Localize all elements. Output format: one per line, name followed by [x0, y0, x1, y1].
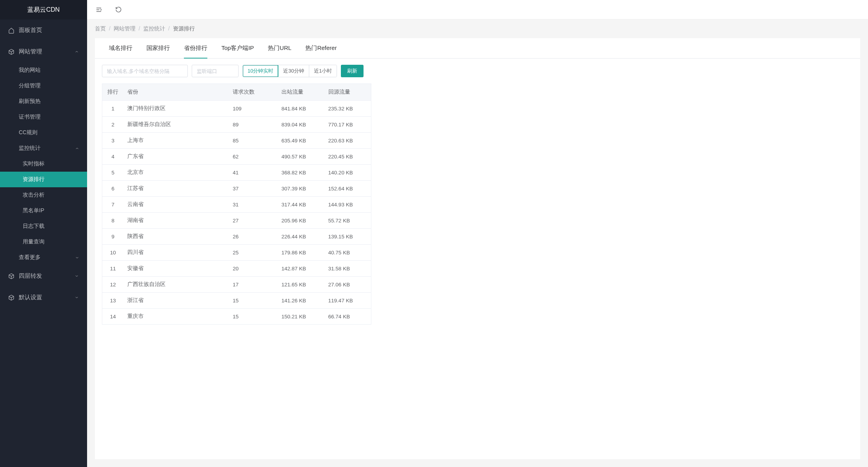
- sidebar-subsubitem-用量查询[interactable]: 用量查询: [0, 234, 87, 250]
- sidebar-subitem-查看更多[interactable]: 查看更多: [0, 250, 87, 265]
- table-row: 11安徽省20142.87 KB31.58 KB: [102, 261, 371, 277]
- sidebar-subsubitem-攻击分析[interactable]: 攻击分析: [0, 187, 87, 203]
- table-cell: 119.47 KB: [324, 293, 371, 309]
- table-cell: 7: [102, 197, 124, 213]
- breadcrumb-item[interactable]: 网站管理: [114, 25, 135, 32]
- table-row: 2新疆维吾尔自治区89839.04 KB770.17 KB: [102, 117, 371, 133]
- table-cell: 广西壮族自治区: [123, 277, 228, 293]
- table-row: 7云南省31317.44 KB144.93 KB: [102, 197, 371, 213]
- tabs: 域名排行国家排行省份排行Top客户端IP热门URL热门Referer: [95, 38, 860, 59]
- sidebar-subitem-label: CC规则: [19, 129, 87, 136]
- table-cell: 635.49 KB: [278, 133, 324, 149]
- table-cell: 62: [229, 149, 278, 165]
- table-cell: 9: [102, 229, 124, 245]
- table-cell: 1: [102, 101, 124, 117]
- menu: 面板首页网站管理我的网站分组管理刷新预热证书管理CC规则监控统计实时指标资源排行…: [0, 20, 87, 308]
- table-cell: 云南省: [123, 197, 228, 213]
- table-cell: 317.44 KB: [278, 197, 324, 213]
- chevron-down-icon: [75, 295, 79, 300]
- breadcrumb-separator: /: [168, 25, 170, 32]
- table-cell: 13: [102, 293, 124, 309]
- table-header-排行: 排行: [102, 84, 124, 101]
- time-segment-近1小时[interactable]: 近1小时: [309, 65, 337, 77]
- sidebar-item-label: 面板首页: [19, 27, 79, 34]
- table-cell: 121.65 KB: [278, 277, 324, 293]
- sidebar-item-四层转发[interactable]: 四层转发: [0, 265, 87, 287]
- sidebar-subsubitem-实时指标[interactable]: 实时指标: [0, 156, 87, 172]
- sidebar-subitem-CC规则[interactable]: CC规则: [0, 125, 87, 140]
- domain-input[interactable]: [102, 65, 188, 77]
- sidebar-item-面板首页[interactable]: 面板首页: [0, 20, 87, 41]
- table-header-出站流量: 出站流量: [278, 84, 324, 101]
- table-row: 9陕西省26226.44 KB139.15 KB: [102, 229, 371, 245]
- table-cell: 江苏省: [123, 181, 228, 197]
- table-cell: 澳门特别行政区: [123, 101, 228, 117]
- refresh-button[interactable]: 刷新: [341, 65, 364, 77]
- port-input[interactable]: [192, 65, 239, 77]
- table-cell: 179.86 KB: [278, 245, 324, 261]
- tab-热门URL[interactable]: 热门URL: [261, 38, 298, 58]
- table-cell: 安徽省: [123, 261, 228, 277]
- sidebar-subsubitem-资源排行[interactable]: 资源排行: [0, 172, 87, 187]
- breadcrumb-separator: /: [139, 25, 140, 32]
- sidebar-subsubitem-黑名单IP[interactable]: 黑名单IP: [0, 203, 87, 218]
- table-cell: 144.93 KB: [324, 197, 371, 213]
- table-cell: 205.96 KB: [278, 213, 324, 229]
- table-cell: 17: [229, 277, 278, 293]
- sidebar-item-网站管理[interactable]: 网站管理: [0, 41, 87, 62]
- time-segment-近30分钟[interactable]: 近30分钟: [278, 65, 309, 77]
- tab-域名排行[interactable]: 域名排行: [102, 38, 139, 58]
- time-segment-10分钟实时[interactable]: 10分钟实时: [243, 65, 278, 77]
- chevron-up-icon: [75, 146, 79, 151]
- logo: 蓝易云CDN: [0, 0, 87, 20]
- table-cell: 226.44 KB: [278, 229, 324, 245]
- table-cell: 235.32 KB: [324, 101, 371, 117]
- menu-toggle-icon[interactable]: [95, 6, 103, 14]
- tab-Top客户端IP[interactable]: Top客户端IP: [214, 38, 261, 58]
- table-body: 1澳门特别行政区109841.84 KB235.32 KB2新疆维吾尔自治区89…: [102, 101, 371, 325]
- table-cell: 湖南省: [123, 213, 228, 229]
- table-header-请求次数: 请求次数: [229, 84, 278, 101]
- breadcrumb-item[interactable]: 监控统计: [143, 25, 165, 32]
- breadcrumb-item[interactable]: 首页: [95, 25, 106, 32]
- table-cell: 139.15 KB: [324, 229, 371, 245]
- sidebar-subsubitem-日志下载[interactable]: 日志下载: [0, 218, 87, 234]
- table-cell: 25: [229, 245, 278, 261]
- breadcrumb: 首页/网站管理/监控统计/资源排行: [87, 20, 868, 38]
- tab-热门Referer[interactable]: 热门Referer: [298, 38, 344, 58]
- table-cell: 109: [229, 101, 278, 117]
- sidebar-subitem-刷新预热[interactable]: 刷新预热: [0, 94, 87, 109]
- table-cell: 6: [102, 181, 124, 197]
- table-cell: 220.63 KB: [324, 133, 371, 149]
- sidebar-item-默认设置[interactable]: 默认设置: [0, 287, 87, 308]
- sidebar-item-label: 默认设置: [19, 294, 75, 301]
- main: 首页/网站管理/监控统计/资源排行 域名排行国家排行省份排行Top客户端IP热门…: [87, 0, 868, 467]
- table-cell: 307.39 KB: [278, 181, 324, 197]
- table-cell: 3: [102, 133, 124, 149]
- sidebar-subitem-label: 查看更多: [19, 254, 75, 261]
- sidebar-subitem-分组管理[interactable]: 分组管理: [0, 78, 87, 94]
- tab-省份排行[interactable]: 省份排行: [177, 38, 214, 58]
- table-cell: 2: [102, 117, 124, 133]
- table-row: 8湖南省27205.96 KB55.72 KB: [102, 213, 371, 229]
- table-cell: 31.58 KB: [324, 261, 371, 277]
- sidebar-subitem-监控统计[interactable]: 监控统计: [0, 140, 87, 156]
- sidebar-subitem-label: 分组管理: [19, 82, 87, 89]
- table-cell: 27: [229, 213, 278, 229]
- sidebar-subitem-证书管理[interactable]: 证书管理: [0, 109, 87, 125]
- tab-国家排行[interactable]: 国家排行: [139, 38, 177, 58]
- table-cell: 368.82 KB: [278, 165, 324, 181]
- table-header-省份: 省份: [123, 84, 228, 101]
- sidebar-subitem-我的网站[interactable]: 我的网站: [0, 62, 87, 78]
- filter-bar: 10分钟实时近30分钟近1小时 刷新: [95, 59, 860, 83]
- refresh-icon[interactable]: [114, 6, 122, 14]
- box-icon: [8, 294, 15, 301]
- table-cell: 20: [229, 261, 278, 277]
- table-cell: 37: [229, 181, 278, 197]
- table-cell: 150.21 KB: [278, 309, 324, 325]
- sidebar: 蓝易云CDN 面板首页网站管理我的网站分组管理刷新预热证书管理CC规则监控统计实…: [0, 0, 87, 467]
- table-cell: 26: [229, 229, 278, 245]
- table-cell: 152.64 KB: [324, 181, 371, 197]
- time-range-group: 10分钟实时近30分钟近1小时: [242, 65, 337, 77]
- content-panel: 域名排行国家排行省份排行Top客户端IP热门URL热门Referer 10分钟实…: [95, 38, 860, 459]
